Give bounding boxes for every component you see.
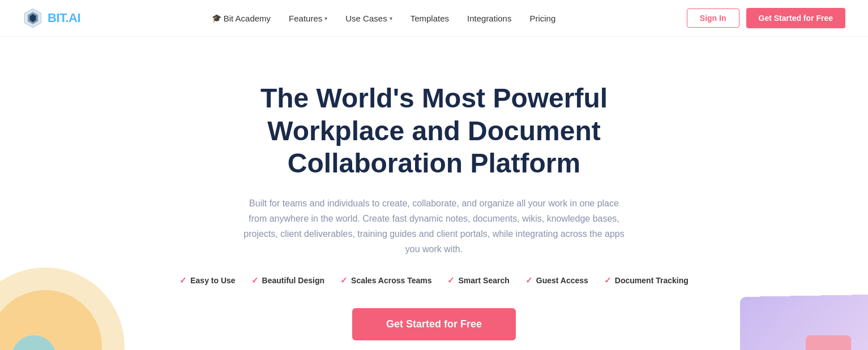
checkmark-icon: ✓ — [340, 275, 348, 286]
brand-name-part2: .AI — [66, 11, 81, 25]
feature-label: Scales Across Teams — [351, 276, 431, 285]
features-row: ✓ Easy to Use ✓ Beautiful Design ✓ Scale… — [179, 275, 689, 286]
nav-item-pricing[interactable]: Pricing — [529, 14, 555, 23]
feature-label: Guest Access — [536, 276, 588, 285]
logo[interactable]: BIT.AI — [23, 8, 80, 28]
nav-item-use-cases[interactable]: Use Cases ▾ — [345, 14, 392, 23]
nav-use-cases-label: Use Cases — [345, 14, 387, 23]
brand-icon — [23, 8, 43, 28]
checkmark-icon: ✓ — [251, 275, 259, 286]
feature-scales-across-teams: ✓ Scales Across Teams — [340, 275, 431, 286]
hero-title-line1: The World's Most Powerful — [260, 83, 608, 113]
checkmark-icon: ✓ — [604, 275, 612, 286]
nav-integrations-label: Integrations — [467, 14, 511, 23]
feature-easy-to-use: ✓ Easy to Use — [179, 275, 235, 286]
feature-label: Smart Search — [458, 276, 509, 285]
get-started-nav-button[interactable]: Get Started for Free — [746, 8, 845, 28]
nav-features-label: Features — [289, 14, 322, 23]
feature-document-tracking: ✓ Document Tracking — [604, 275, 689, 286]
feature-guest-access: ✓ Guest Access — [525, 275, 588, 286]
mortarboard-icon: 🎓 — [212, 14, 221, 23]
brand-name-part1: BIT — [48, 11, 66, 25]
deco-card-pink — [806, 335, 851, 350]
get-started-hero-button[interactable]: Get Started for Free — [352, 308, 516, 340]
deco-ui-right — [721, 279, 868, 350]
checkmark-icon: ✓ — [179, 275, 187, 286]
nav-item-templates[interactable]: Templates — [411, 14, 449, 23]
hero-section: The World's Most Powerful Workplace and … — [0, 37, 868, 350]
nav-academy-label: Bit Academy — [224, 14, 271, 23]
feature-beautiful-design: ✓ Beautiful Design — [251, 275, 324, 286]
nav-item-academy[interactable]: 🎓 Bit Academy — [212, 14, 271, 23]
deco-circles-left — [0, 262, 130, 350]
hero-subtitle: Built for teams and individuals to creat… — [242, 196, 627, 257]
nav-pricing-label: Pricing — [529, 14, 555, 23]
chevron-down-icon: ▾ — [390, 15, 392, 21]
feature-label: Document Tracking — [615, 276, 689, 285]
chevron-down-icon: ▾ — [324, 15, 327, 21]
nav-actions: Sign In Get Started for Free — [687, 8, 845, 28]
navbar: BIT.AI 🎓 Bit Academy Features ▾ Use Case… — [0, 0, 868, 37]
nav-templates-label: Templates — [411, 14, 449, 23]
hero-title-line2: Workplace and Document Collaboration Pla… — [267, 116, 601, 179]
hero-title: The World's Most Powerful Workplace and … — [179, 82, 689, 180]
nav-item-integrations[interactable]: Integrations — [467, 14, 511, 23]
feature-label: Beautiful Design — [262, 276, 324, 285]
brand-name: BIT.AI — [48, 11, 80, 25]
signin-button[interactable]: Sign In — [687, 8, 739, 28]
nav-item-features[interactable]: Features ▾ — [289, 14, 327, 23]
checkmark-icon: ✓ — [525, 275, 533, 286]
nav-links: 🎓 Bit Academy Features ▾ Use Cases ▾ Tem… — [212, 14, 556, 23]
checkmark-icon: ✓ — [447, 275, 455, 286]
feature-label: Easy to Use — [190, 276, 235, 285]
feature-smart-search: ✓ Smart Search — [447, 275, 509, 286]
